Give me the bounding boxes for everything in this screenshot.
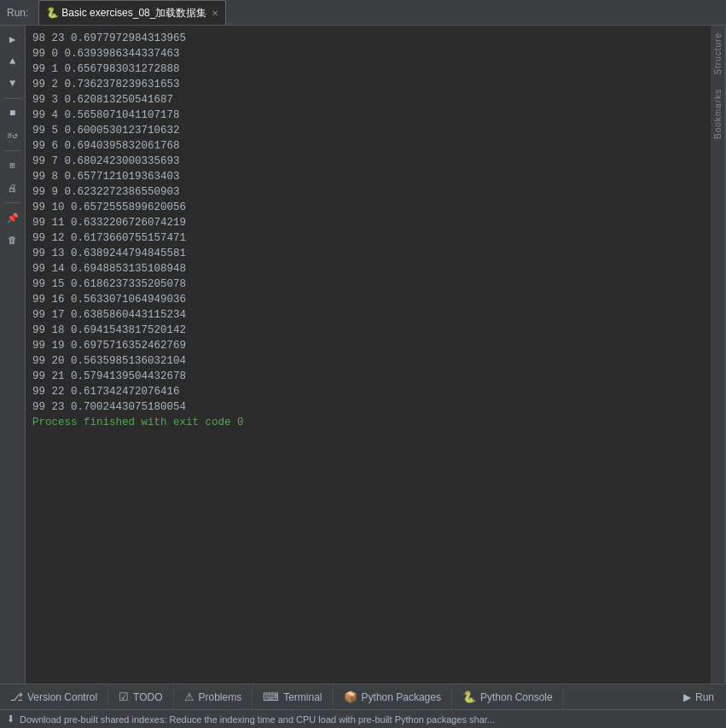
version-control-icon: ⎇ bbox=[10, 690, 23, 703]
problems-icon: ⚠ bbox=[184, 690, 195, 703]
tab-python-icon: 🐍 bbox=[46, 7, 58, 19]
terminal-icon: ⌨ bbox=[263, 690, 279, 703]
rerun-button[interactable]: ≡↺ bbox=[3, 125, 23, 146]
bookmarks-label[interactable]: Bookmarks bbox=[711, 82, 724, 146]
output-line: 99 15 0.6186237335205078 bbox=[32, 277, 704, 292]
output-line: 99 20 0.5635985136032104 bbox=[32, 353, 704, 369]
output-area[interactable]: 98 23 0.697797298431396599 0 0.639398634… bbox=[26, 26, 711, 684]
bottom-tabs: ⎇ Version Control ☑ TODO ⚠ Problems ⌨ Te… bbox=[0, 684, 726, 709]
output-line: 99 6 0.6940395832061768 bbox=[32, 138, 704, 154]
run-button[interactable]: ▶ bbox=[3, 29, 23, 50]
terminal-label: Terminal bbox=[283, 691, 322, 703]
scroll-down-button[interactable]: ▼ bbox=[3, 73, 23, 94]
output-line: 99 1 0.6567983031272888 bbox=[32, 61, 704, 77]
output-line: 99 4 0.5658071041107178 bbox=[32, 108, 704, 123]
todo-tab[interactable]: ☑ TODO bbox=[108, 684, 173, 709]
output-line: 99 14 0.6948853135108948 bbox=[32, 261, 704, 277]
status-bar: ⬇ Download pre-built shared indexes: Red… bbox=[0, 709, 726, 728]
output-line: 99 22 0.617342472076416 bbox=[32, 384, 704, 399]
output-line: 99 3 0.620813250541687 bbox=[32, 92, 704, 108]
tab-close-button[interactable]: ✕ bbox=[212, 9, 218, 18]
bottom-run-button[interactable]: ▶ Run bbox=[671, 684, 726, 709]
output-line: 98 23 0.6977972984313965 bbox=[32, 31, 704, 46]
output-line: 99 17 0.6385860443115234 bbox=[32, 307, 704, 323]
toolbar-separator-1 bbox=[4, 98, 21, 99]
output-container: 98 23 0.697797298431396599 0 0.639398634… bbox=[26, 26, 711, 684]
run-label: Run bbox=[695, 691, 714, 703]
left-toolbar: ▶ ▲ ▼ ■ ≡↺ ⊞ 🖨 📌 🗑 bbox=[0, 26, 26, 684]
output-line: 99 13 0.6389244794845581 bbox=[32, 246, 704, 261]
output-line: 99 7 0.6802423000335693 bbox=[32, 154, 704, 169]
terminal-tab[interactable]: ⌨ Terminal bbox=[253, 684, 333, 709]
output-line: 99 19 0.6975716352462769 bbox=[32, 338, 704, 353]
todo-icon: ☑ bbox=[119, 690, 129, 703]
pin-button[interactable]: 📌 bbox=[3, 207, 23, 228]
main-area: ▶ ▲ ▼ ■ ≡↺ ⊞ 🖨 📌 🗑 98 23 0.6977972984313… bbox=[0, 26, 726, 684]
todo-label: TODO bbox=[133, 691, 162, 703]
problems-label: Problems bbox=[199, 691, 242, 703]
version-control-tab[interactable]: ⎇ Version Control bbox=[0, 684, 108, 709]
output-line: 99 12 0.6173660755157471 bbox=[32, 230, 704, 246]
output-line: 99 8 0.6577121019363403 bbox=[32, 169, 704, 184]
output-line: Process finished with exit code 0 bbox=[32, 415, 704, 430]
output-line: 99 16 0.5633071064949036 bbox=[32, 292, 704, 307]
output-line: 99 18 0.6941543817520142 bbox=[32, 323, 704, 338]
output-line: 99 0 0.6393986344337463 bbox=[32, 46, 704, 61]
stop-button[interactable]: ■ bbox=[3, 103, 23, 124]
output-line: 99 2 0.7362378239631653 bbox=[32, 77, 704, 92]
python-console-icon: 🐍 bbox=[462, 690, 476, 703]
output-line: 99 21 0.5794139504432678 bbox=[32, 369, 704, 384]
toolbar-separator-3 bbox=[4, 202, 21, 203]
run-label: Run: bbox=[7, 7, 28, 19]
status-download-icon: ⬇ bbox=[7, 713, 15, 725]
output-line: 99 11 0.6332206726074219 bbox=[32, 215, 704, 230]
active-tab[interactable]: 🐍 Basic exercises_08_加载数据集 ✕ bbox=[38, 0, 226, 25]
output-line: 99 23 0.7002443075180054 bbox=[32, 399, 704, 415]
run-play-icon: ▶ bbox=[683, 691, 691, 703]
version-control-label: Version Control bbox=[27, 691, 97, 703]
python-packages-tab[interactable]: 📦 Python Packages bbox=[334, 684, 452, 709]
python-packages-icon: 📦 bbox=[344, 690, 357, 703]
output-line: 99 10 0.6572555899620056 bbox=[32, 200, 704, 215]
python-console-tab[interactable]: 🐍 Python Console bbox=[452, 684, 564, 709]
settings-button[interactable]: ⊞ bbox=[3, 155, 23, 176]
python-console-label: Python Console bbox=[480, 691, 553, 703]
output-line: 99 5 0.6000530123710632 bbox=[32, 123, 704, 138]
python-packages-label: Python Packages bbox=[362, 691, 441, 703]
problems-tab[interactable]: ⚠ Problems bbox=[174, 684, 253, 709]
output-line: 99 9 0.6232272386550903 bbox=[32, 184, 704, 200]
right-side-panel: Structure Bookmarks bbox=[711, 26, 726, 684]
status-text: Download pre-built shared indexes: Reduc… bbox=[20, 714, 495, 725]
tab-bar: Run: 🐍 Basic exercises_08_加载数据集 ✕ bbox=[0, 0, 726, 26]
toolbar-separator-2 bbox=[4, 150, 21, 151]
delete-button[interactable]: 🗑 bbox=[3, 230, 23, 250]
tab-label: Basic exercises_08_加载数据集 bbox=[61, 6, 206, 20]
structure-label[interactable]: Structure bbox=[711, 26, 724, 82]
scroll-up-button[interactable]: ▲ bbox=[3, 51, 23, 72]
print-button[interactable]: 🖨 bbox=[3, 178, 23, 198]
